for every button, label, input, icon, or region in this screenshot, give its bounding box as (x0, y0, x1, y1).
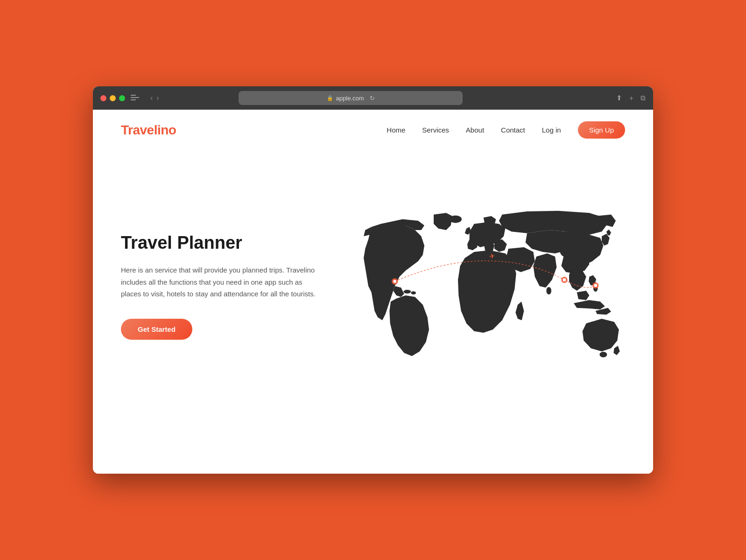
minimize-button[interactable] (110, 95, 116, 101)
nav-home[interactable]: Home (387, 126, 405, 134)
svg-point-13 (594, 284, 597, 287)
hero-description: Here is an service that will provide you… (121, 264, 317, 300)
new-tab-icon[interactable]: ＋ (628, 94, 635, 103)
svg-point-2 (411, 291, 416, 294)
share-icon[interactable]: ⬆ (616, 94, 622, 102)
reload-icon[interactable]: ↻ (370, 95, 375, 102)
nav-login[interactable]: Log in (542, 126, 561, 134)
svg-point-9 (393, 280, 396, 283)
forward-button[interactable]: › (156, 94, 159, 102)
navbar: Travelino Home Services About Contact Lo… (93, 110, 653, 151)
close-button[interactable] (100, 95, 106, 101)
browser-actions: ⬆ ＋ ⧉ (616, 94, 646, 103)
tabs-icon[interactable]: ⧉ (640, 94, 646, 102)
svg-point-1 (403, 290, 411, 294)
map-svg: ✈ (340, 197, 620, 375)
nav-links: Home Services About Contact Log in Sign … (387, 126, 625, 134)
sidebar-toggle-icon[interactable] (131, 95, 139, 101)
hero-text: Travel Planner Here is an service that w… (121, 232, 317, 339)
svg-point-3 (546, 287, 551, 294)
get-started-button[interactable]: Get Started (121, 319, 192, 340)
browser-content: Travelino Home Services About Contact Lo… (93, 110, 653, 474)
traffic-lights (100, 95, 125, 101)
nav-services[interactable]: Services (422, 126, 449, 134)
url-text: apple.com (336, 95, 364, 102)
hero-title: Travel Planner (121, 232, 317, 254)
hero-section: Travel Planner Here is an service that w… (93, 151, 653, 431)
svg-point-11 (563, 278, 566, 281)
hero-map: ✈ (336, 197, 625, 375)
browser-chrome: ‹ › 🔒 apple.com ↻ ⬆ ＋ ⧉ (93, 86, 653, 110)
back-button[interactable]: ‹ (150, 94, 153, 102)
address-bar[interactable]: 🔒 apple.com ↻ (239, 91, 463, 105)
maximize-button[interactable] (119, 95, 125, 101)
browser-window: ‹ › 🔒 apple.com ↻ ⬆ ＋ ⧉ Travelino Home S… (93, 86, 653, 474)
svg-point-5 (599, 352, 607, 357)
nav-contact[interactable]: Contact (501, 126, 525, 134)
world-map: ✈ (340, 197, 620, 375)
svg-point-6 (449, 216, 462, 223)
nav-signup[interactable]: Sign Up (578, 121, 625, 139)
lock-icon: 🔒 (327, 95, 333, 101)
logo: Travelino (121, 123, 176, 138)
svg-text:✈: ✈ (489, 252, 496, 260)
browser-controls: ‹ › (150, 94, 159, 102)
nav-about[interactable]: About (466, 126, 484, 134)
